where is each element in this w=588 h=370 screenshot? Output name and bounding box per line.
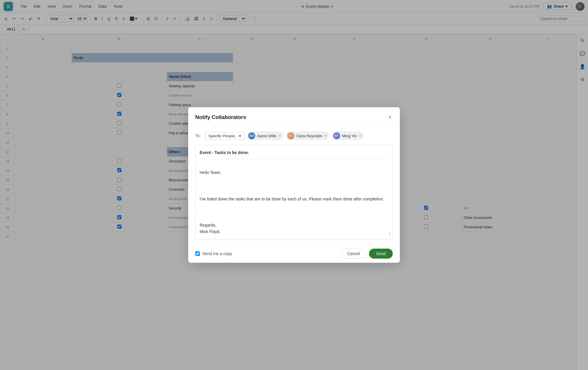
to-label: To: bbox=[195, 133, 202, 138]
notify-collaborators-dialog: Notify Collaborators × To: Specific Peop… bbox=[188, 107, 400, 263]
remove-carla-button[interactable]: × bbox=[325, 133, 327, 138]
modal-overlay: Notify Collaborators × To: Specific Peop… bbox=[0, 0, 588, 370]
recipient-chip-aaron: AW Aaron Wills × bbox=[247, 131, 283, 140]
dialog-actions: Cancel Send bbox=[341, 249, 393, 259]
send-copy-row: Send me a copy bbox=[195, 251, 232, 256]
message-box: Event - Tasks to be done. Hello Team, I'… bbox=[195, 145, 393, 240]
recipient-name-aaron: Aaron Wills bbox=[257, 134, 276, 138]
recipient-chip-carla: CR Carla Reynolds × bbox=[286, 131, 329, 140]
send-copy-checkbox[interactable] bbox=[195, 251, 200, 256]
avatar-ming: MY bbox=[333, 132, 340, 139]
message-subject: Event - Tasks to be done. bbox=[200, 149, 388, 159]
avatar-carla: CR bbox=[287, 132, 294, 139]
dialog-body: To: Specific People... ▾ AW Aaron Wills … bbox=[188, 127, 400, 244]
send-button[interactable]: Send bbox=[369, 249, 393, 259]
recipients-select-dropdown[interactable]: Specific People... ▾ bbox=[205, 132, 244, 140]
recipient-name-carla: Carla Reynolds bbox=[296, 134, 322, 138]
recipient-name-ming: Ming Yin bbox=[342, 134, 357, 138]
avatar-aaron: AW bbox=[248, 132, 255, 139]
resize-handle[interactable]: ⠿ bbox=[388, 231, 391, 238]
message-body: Hello Team, I've listed down the tasks t… bbox=[200, 163, 388, 235]
dialog-title: Notify Collaborators bbox=[195, 114, 246, 120]
to-row: To: Specific People... ▾ AW Aaron Wills … bbox=[195, 131, 393, 140]
send-copy-label: Send me a copy bbox=[202, 251, 232, 256]
remove-ming-button[interactable]: × bbox=[359, 133, 361, 138]
dialog-footer: Send me a copy Cancel Send bbox=[188, 244, 400, 263]
dialog-close-button[interactable]: × bbox=[387, 113, 393, 122]
cancel-button[interactable]: Cancel bbox=[341, 249, 366, 259]
dialog-header: Notify Collaborators × bbox=[188, 107, 400, 127]
recipient-chip-ming: MY Ming Yin × bbox=[332, 131, 364, 140]
remove-aaron-button[interactable]: × bbox=[279, 133, 281, 138]
